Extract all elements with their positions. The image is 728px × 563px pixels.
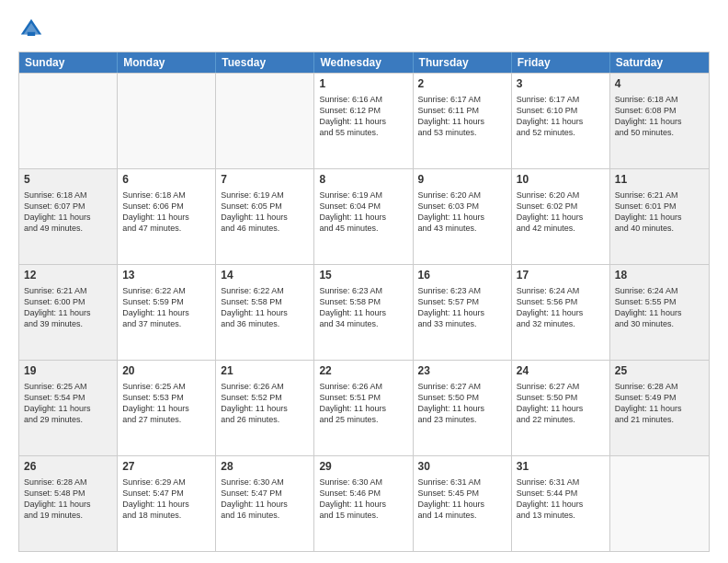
calendar: SundayMondayTuesdayWednesdayThursdayFrid… <box>18 52 710 552</box>
week-row-4: 26Sunrise: 6:28 AM Sunset: 5:48 PM Dayli… <box>19 455 709 551</box>
cal-cell-2-5: 17Sunrise: 6:24 AM Sunset: 5:56 PM Dayli… <box>512 265 610 360</box>
cell-info: Sunrise: 6:20 AM Sunset: 6:03 PM Dayligh… <box>418 190 506 235</box>
cell-info: Sunrise: 6:17 AM Sunset: 6:10 PM Dayligh… <box>517 94 605 139</box>
cell-info: Sunrise: 6:16 AM Sunset: 6:12 PM Dayligh… <box>319 94 407 139</box>
cal-cell-3-1: 20Sunrise: 6:25 AM Sunset: 5:53 PM Dayli… <box>118 361 216 455</box>
day-number: 18 <box>615 269 704 283</box>
cal-cell-1-3: 8Sunrise: 6:19 AM Sunset: 6:04 PM Daylig… <box>314 169 413 264</box>
day-number: 7 <box>221 173 309 188</box>
day-number: 19 <box>24 364 112 379</box>
cell-info: Sunrise: 6:24 AM Sunset: 5:55 PM Dayligh… <box>615 285 704 330</box>
day-number: 22 <box>319 364 407 379</box>
cal-cell-1-5: 10Sunrise: 6:20 AM Sunset: 6:02 PM Dayli… <box>512 169 610 264</box>
logo <box>18 17 50 42</box>
header-day-saturday: Saturday <box>610 52 709 73</box>
cal-cell-3-3: 22Sunrise: 6:26 AM Sunset: 5:51 PM Dayli… <box>314 361 413 455</box>
calendar-body: 1Sunrise: 6:16 AM Sunset: 6:12 PM Daylig… <box>19 73 709 551</box>
cal-cell-0-2 <box>216 74 314 168</box>
cal-cell-4-1: 27Sunrise: 6:29 AM Sunset: 5:47 PM Dayli… <box>118 456 216 551</box>
cal-cell-3-0: 19Sunrise: 6:25 AM Sunset: 5:54 PM Dayli… <box>19 361 118 455</box>
cell-info: Sunrise: 6:27 AM Sunset: 5:50 PM Dayligh… <box>517 381 605 426</box>
cal-cell-3-2: 21Sunrise: 6:26 AM Sunset: 5:52 PM Dayli… <box>216 361 314 455</box>
cell-info: Sunrise: 6:18 AM Sunset: 6:08 PM Dayligh… <box>615 94 704 139</box>
header-day-friday: Friday <box>512 52 610 73</box>
day-number: 1 <box>319 77 407 92</box>
day-number: 9 <box>418 173 506 188</box>
cell-info: Sunrise: 6:23 AM Sunset: 5:57 PM Dayligh… <box>418 285 506 330</box>
cell-info: Sunrise: 6:25 AM Sunset: 5:53 PM Dayligh… <box>122 381 210 426</box>
day-number: 25 <box>615 364 704 379</box>
week-row-0: 1Sunrise: 6:16 AM Sunset: 6:12 PM Daylig… <box>19 73 709 168</box>
svg-rect-2 <box>28 32 35 36</box>
cal-cell-1-0: 5Sunrise: 6:18 AM Sunset: 6:07 PM Daylig… <box>19 169 118 264</box>
calendar-header: SundayMondayTuesdayWednesdayThursdayFrid… <box>19 52 709 73</box>
cal-cell-2-0: 12Sunrise: 6:21 AM Sunset: 6:00 PM Dayli… <box>19 265 118 360</box>
cal-cell-0-4: 2Sunrise: 6:17 AM Sunset: 6:11 PM Daylig… <box>414 74 512 168</box>
header-day-thursday: Thursday <box>414 52 512 73</box>
header-day-monday: Monday <box>118 52 216 73</box>
day-number: 13 <box>122 269 210 283</box>
cell-info: Sunrise: 6:18 AM Sunset: 6:06 PM Dayligh… <box>122 190 210 235</box>
cal-cell-2-6: 18Sunrise: 6:24 AM Sunset: 5:55 PM Dayli… <box>610 265 709 360</box>
week-row-1: 5Sunrise: 6:18 AM Sunset: 6:07 PM Daylig… <box>19 168 709 264</box>
day-number: 12 <box>24 269 112 283</box>
week-row-3: 19Sunrise: 6:25 AM Sunset: 5:54 PM Dayli… <box>19 360 709 455</box>
day-number: 24 <box>517 364 605 379</box>
cal-cell-0-1 <box>118 74 216 168</box>
day-number: 21 <box>221 364 309 379</box>
cell-info: Sunrise: 6:24 AM Sunset: 5:56 PM Dayligh… <box>517 285 605 330</box>
header-day-sunday: Sunday <box>19 52 118 73</box>
cell-info: Sunrise: 6:23 AM Sunset: 5:58 PM Dayligh… <box>319 285 407 330</box>
cell-info: Sunrise: 6:26 AM Sunset: 5:51 PM Dayligh… <box>319 381 407 426</box>
day-number: 29 <box>319 460 407 475</box>
cell-info: Sunrise: 6:21 AM Sunset: 6:01 PM Dayligh… <box>615 190 704 235</box>
day-number: 28 <box>221 460 309 475</box>
cell-info: Sunrise: 6:21 AM Sunset: 6:00 PM Dayligh… <box>24 285 112 330</box>
cal-cell-1-2: 7Sunrise: 6:19 AM Sunset: 6:05 PM Daylig… <box>216 169 314 264</box>
day-number: 15 <box>319 269 407 283</box>
cell-info: Sunrise: 6:20 AM Sunset: 6:02 PM Dayligh… <box>517 190 605 235</box>
cal-cell-0-5: 3Sunrise: 6:17 AM Sunset: 6:10 PM Daylig… <box>512 74 610 168</box>
day-number: 5 <box>24 173 112 188</box>
day-number: 2 <box>418 77 506 92</box>
day-number: 16 <box>418 269 506 283</box>
cell-info: Sunrise: 6:30 AM Sunset: 5:46 PM Dayligh… <box>319 477 407 522</box>
cal-cell-2-4: 16Sunrise: 6:23 AM Sunset: 5:57 PM Dayli… <box>414 265 512 360</box>
day-number: 6 <box>122 173 210 188</box>
cal-cell-2-3: 15Sunrise: 6:23 AM Sunset: 5:58 PM Dayli… <box>314 265 413 360</box>
cal-cell-4-4: 30Sunrise: 6:31 AM Sunset: 5:45 PM Dayli… <box>414 456 512 551</box>
cell-info: Sunrise: 6:28 AM Sunset: 5:48 PM Dayligh… <box>24 477 112 522</box>
cell-info: Sunrise: 6:18 AM Sunset: 6:07 PM Dayligh… <box>24 190 112 235</box>
cal-cell-3-6: 25Sunrise: 6:28 AM Sunset: 5:49 PM Dayli… <box>610 361 709 455</box>
cal-cell-3-5: 24Sunrise: 6:27 AM Sunset: 5:50 PM Dayli… <box>512 361 610 455</box>
page: SundayMondayTuesdayWednesdayThursdayFrid… <box>0 0 728 563</box>
cal-cell-4-5: 31Sunrise: 6:31 AM Sunset: 5:44 PM Dayli… <box>512 456 610 551</box>
day-number: 31 <box>517 460 605 475</box>
cal-cell-4-2: 28Sunrise: 6:30 AM Sunset: 5:47 PM Dayli… <box>216 456 314 551</box>
cell-info: Sunrise: 6:29 AM Sunset: 5:47 PM Dayligh… <box>122 477 210 522</box>
day-number: 10 <box>517 173 605 188</box>
cal-cell-4-6 <box>610 456 709 551</box>
day-number: 3 <box>517 77 605 92</box>
day-number: 11 <box>615 173 704 188</box>
cell-info: Sunrise: 6:22 AM Sunset: 5:58 PM Dayligh… <box>221 285 309 330</box>
cell-info: Sunrise: 6:19 AM Sunset: 6:05 PM Dayligh… <box>221 190 309 235</box>
cal-cell-0-3: 1Sunrise: 6:16 AM Sunset: 6:12 PM Daylig… <box>314 74 413 168</box>
cal-cell-4-3: 29Sunrise: 6:30 AM Sunset: 5:46 PM Dayli… <box>314 456 413 551</box>
header <box>18 17 710 42</box>
cell-info: Sunrise: 6:30 AM Sunset: 5:47 PM Dayligh… <box>221 477 309 522</box>
cal-cell-1-1: 6Sunrise: 6:18 AM Sunset: 6:06 PM Daylig… <box>118 169 216 264</box>
cal-cell-4-0: 26Sunrise: 6:28 AM Sunset: 5:48 PM Dayli… <box>19 456 118 551</box>
cell-info: Sunrise: 6:17 AM Sunset: 6:11 PM Dayligh… <box>418 94 506 139</box>
logo-icon <box>18 17 44 42</box>
day-number: 20 <box>122 364 210 379</box>
day-number: 30 <box>418 460 506 475</box>
cell-info: Sunrise: 6:31 AM Sunset: 5:45 PM Dayligh… <box>418 477 506 522</box>
cal-cell-1-4: 9Sunrise: 6:20 AM Sunset: 6:03 PM Daylig… <box>414 169 512 264</box>
cell-info: Sunrise: 6:19 AM Sunset: 6:04 PM Dayligh… <box>319 190 407 235</box>
cal-cell-0-6: 4Sunrise: 6:18 AM Sunset: 6:08 PM Daylig… <box>610 74 709 168</box>
day-number: 4 <box>615 77 704 92</box>
cal-cell-1-6: 11Sunrise: 6:21 AM Sunset: 6:01 PM Dayli… <box>610 169 709 264</box>
week-row-2: 12Sunrise: 6:21 AM Sunset: 6:00 PM Dayli… <box>19 264 709 360</box>
header-day-tuesday: Tuesday <box>216 52 314 73</box>
